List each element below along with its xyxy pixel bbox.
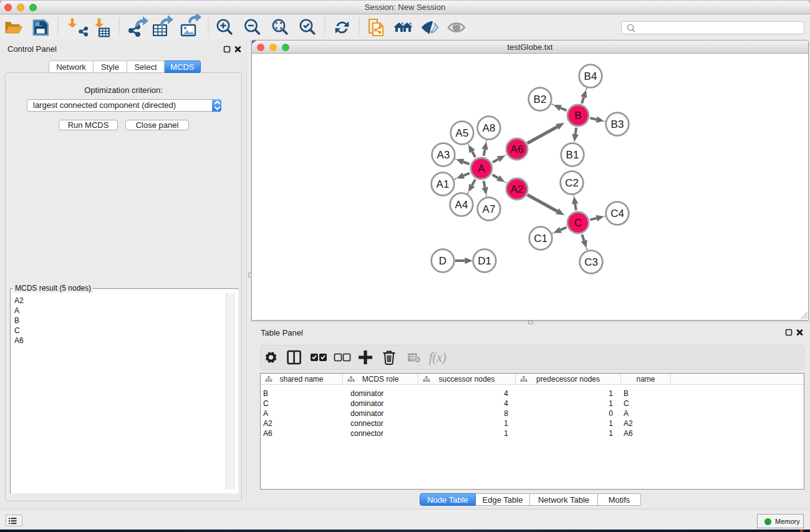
svg-text:D: D <box>439 255 446 267</box>
svg-text:B: B <box>574 110 581 122</box>
svg-text:A8: A8 <box>483 122 496 134</box>
svg-text:B3: B3 <box>611 118 624 130</box>
svg-text:A7: A7 <box>483 203 496 215</box>
svg-text:C1: C1 <box>534 233 547 244</box>
svg-text:C: C <box>574 217 582 229</box>
svg-text:B1: B1 <box>566 149 579 161</box>
svg-text:A: A <box>478 163 485 175</box>
svg-text:B2: B2 <box>534 94 547 105</box>
svg-text:A6: A6 <box>511 143 524 155</box>
svg-text:C2: C2 <box>565 177 579 189</box>
svg-text:A1: A1 <box>436 178 450 190</box>
svg-text:C4: C4 <box>610 208 624 220</box>
svg-text:A5: A5 <box>456 127 469 139</box>
svg-text:A2: A2 <box>511 183 524 195</box>
svg-text:C3: C3 <box>584 256 598 268</box>
svg-text:B4: B4 <box>584 70 597 82</box>
svg-text:D1: D1 <box>478 255 491 267</box>
svg-text:A3: A3 <box>437 149 450 161</box>
svg-text:f(x): f(x) <box>429 351 446 365</box>
svg-text:A4: A4 <box>455 199 468 211</box>
